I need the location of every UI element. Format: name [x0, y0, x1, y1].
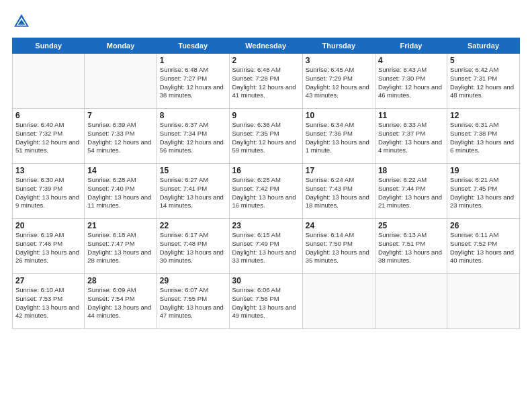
calendar-cell: 7Sunrise: 6:39 AM Sunset: 7:33 PM Daylig… [85, 109, 157, 164]
day-number: 20 [15, 221, 81, 230]
day-number: 17 [306, 166, 372, 175]
calendar-cell: 26Sunrise: 6:11 AM Sunset: 7:52 PM Dayli… [447, 219, 519, 274]
calendar-cell: 2Sunrise: 6:46 AM Sunset: 7:28 PM Daylig… [229, 54, 302, 109]
day-info: Sunrise: 6:13 AM Sunset: 7:51 PM Dayligh… [378, 231, 444, 265]
calendar-cell [447, 274, 519, 329]
day-number: 28 [87, 276, 153, 285]
calendar-cell: 21Sunrise: 6:18 AM Sunset: 7:47 PM Dayli… [85, 219, 157, 274]
calendar-cell: 28Sunrise: 6:09 AM Sunset: 7:54 PM Dayli… [85, 274, 157, 329]
calendar-cell: 17Sunrise: 6:24 AM Sunset: 7:43 PM Dayli… [302, 164, 375, 219]
calendar-cell: 23Sunrise: 6:15 AM Sunset: 7:49 PM Dayli… [229, 219, 302, 274]
calendar-cell: 10Sunrise: 6:34 AM Sunset: 7:36 PM Dayli… [302, 109, 375, 164]
calendar-cell [302, 274, 375, 329]
calendar-header-monday: Monday [85, 38, 157, 54]
calendar-cell: 6Sunrise: 6:40 AM Sunset: 7:32 PM Daylig… [13, 109, 85, 164]
calendar-cell: 22Sunrise: 6:17 AM Sunset: 7:48 PM Dayli… [157, 219, 229, 274]
calendar-cell: 15Sunrise: 6:27 AM Sunset: 7:41 PM Dayli… [157, 164, 229, 219]
calendar-week-row: 20Sunrise: 6:19 AM Sunset: 7:46 PM Dayli… [13, 219, 520, 274]
day-info: Sunrise: 6:06 AM Sunset: 7:56 PM Dayligh… [232, 286, 300, 320]
day-number: 12 [450, 111, 517, 120]
day-info: Sunrise: 6:25 AM Sunset: 7:42 PM Dayligh… [232, 176, 300, 210]
day-info: Sunrise: 6:30 AM Sunset: 7:39 PM Dayligh… [15, 176, 81, 210]
calendar-cell: 16Sunrise: 6:25 AM Sunset: 7:42 PM Dayli… [229, 164, 302, 219]
day-number: 7 [87, 111, 153, 120]
day-number: 8 [160, 111, 226, 120]
day-info: Sunrise: 6:36 AM Sunset: 7:35 PM Dayligh… [232, 121, 300, 155]
page: SundayMondayTuesdayWednesdayThursdayFrid… [0, 0, 532, 411]
day-number: 1 [160, 56, 226, 65]
day-number: 22 [160, 221, 226, 230]
calendar-cell [85, 54, 157, 109]
day-info: Sunrise: 6:48 AM Sunset: 7:27 PM Dayligh… [160, 66, 226, 100]
day-number: 4 [378, 56, 444, 65]
calendar-cell [13, 54, 85, 109]
day-info: Sunrise: 6:15 AM Sunset: 7:49 PM Dayligh… [232, 231, 300, 265]
calendar-cell: 3Sunrise: 6:45 AM Sunset: 7:29 PM Daylig… [302, 54, 375, 109]
day-number: 24 [306, 221, 372, 230]
calendar-cell: 8Sunrise: 6:37 AM Sunset: 7:34 PM Daylig… [157, 109, 229, 164]
day-info: Sunrise: 6:07 AM Sunset: 7:55 PM Dayligh… [160, 286, 226, 320]
calendar-cell: 12Sunrise: 6:31 AM Sunset: 7:38 PM Dayli… [447, 109, 519, 164]
calendar-header-row: SundayMondayTuesdayWednesdayThursdayFrid… [13, 38, 520, 54]
day-info: Sunrise: 6:46 AM Sunset: 7:28 PM Dayligh… [232, 66, 300, 100]
calendar-header-tuesday: Tuesday [157, 38, 229, 54]
day-info: Sunrise: 6:43 AM Sunset: 7:30 PM Dayligh… [378, 66, 444, 100]
day-info: Sunrise: 6:40 AM Sunset: 7:32 PM Dayligh… [15, 121, 81, 155]
day-info: Sunrise: 6:33 AM Sunset: 7:37 PM Dayligh… [378, 121, 444, 155]
day-number: 18 [378, 166, 444, 175]
calendar-header-wednesday: Wednesday [229, 38, 302, 54]
day-info: Sunrise: 6:21 AM Sunset: 7:45 PM Dayligh… [450, 176, 517, 210]
day-number: 19 [450, 166, 517, 175]
calendar-cell: 14Sunrise: 6:28 AM Sunset: 7:40 PM Dayli… [85, 164, 157, 219]
day-info: Sunrise: 6:19 AM Sunset: 7:46 PM Dayligh… [15, 231, 81, 265]
day-info: Sunrise: 6:17 AM Sunset: 7:48 PM Dayligh… [160, 231, 226, 265]
day-info: Sunrise: 6:09 AM Sunset: 7:54 PM Dayligh… [87, 286, 153, 320]
calendar-cell [375, 274, 447, 329]
calendar-cell: 4Sunrise: 6:43 AM Sunset: 7:30 PM Daylig… [375, 54, 447, 109]
calendar-cell: 13Sunrise: 6:30 AM Sunset: 7:39 PM Dayli… [13, 164, 85, 219]
calendar-cell: 9Sunrise: 6:36 AM Sunset: 7:35 PM Daylig… [229, 109, 302, 164]
calendar-cell: 24Sunrise: 6:14 AM Sunset: 7:50 PM Dayli… [302, 219, 375, 274]
day-number: 3 [306, 56, 372, 65]
logo-icon [12, 12, 31, 31]
calendar-cell: 19Sunrise: 6:21 AM Sunset: 7:45 PM Dayli… [447, 164, 519, 219]
day-info: Sunrise: 6:31 AM Sunset: 7:38 PM Dayligh… [450, 121, 517, 155]
day-number: 30 [232, 276, 300, 285]
calendar-cell: 25Sunrise: 6:13 AM Sunset: 7:51 PM Dayli… [375, 219, 447, 274]
calendar-header-saturday: Saturday [447, 38, 519, 54]
day-info: Sunrise: 6:11 AM Sunset: 7:52 PM Dayligh… [450, 231, 517, 265]
calendar-header-sunday: Sunday [13, 38, 85, 54]
day-info: Sunrise: 6:45 AM Sunset: 7:29 PM Dayligh… [306, 66, 372, 100]
day-info: Sunrise: 6:22 AM Sunset: 7:44 PM Dayligh… [378, 176, 444, 210]
calendar-cell: 20Sunrise: 6:19 AM Sunset: 7:46 PM Dayli… [13, 219, 85, 274]
calendar-week-row: 1Sunrise: 6:48 AM Sunset: 7:27 PM Daylig… [13, 54, 520, 109]
calendar-cell: 1Sunrise: 6:48 AM Sunset: 7:27 PM Daylig… [157, 54, 229, 109]
calendar-header-friday: Friday [375, 38, 447, 54]
day-number: 21 [87, 221, 153, 230]
day-number: 10 [306, 111, 372, 120]
day-number: 15 [160, 166, 226, 175]
day-number: 13 [15, 166, 81, 175]
calendar-cell: 5Sunrise: 6:42 AM Sunset: 7:31 PM Daylig… [447, 54, 519, 109]
calendar-cell: 27Sunrise: 6:10 AM Sunset: 7:53 PM Dayli… [13, 274, 85, 329]
day-info: Sunrise: 6:28 AM Sunset: 7:40 PM Dayligh… [87, 176, 153, 210]
day-number: 16 [232, 166, 300, 175]
day-number: 27 [15, 276, 81, 285]
day-info: Sunrise: 6:14 AM Sunset: 7:50 PM Dayligh… [306, 231, 372, 265]
logo [12, 12, 34, 31]
calendar-week-row: 6Sunrise: 6:40 AM Sunset: 7:32 PM Daylig… [13, 109, 520, 164]
calendar-cell: 11Sunrise: 6:33 AM Sunset: 7:37 PM Dayli… [375, 109, 447, 164]
day-number: 5 [450, 56, 517, 65]
day-number: 6 [15, 111, 81, 120]
day-number: 23 [232, 221, 300, 230]
day-info: Sunrise: 6:34 AM Sunset: 7:36 PM Dayligh… [306, 121, 372, 155]
calendar-header-thursday: Thursday [302, 38, 375, 54]
day-number: 14 [87, 166, 153, 175]
calendar-week-row: 27Sunrise: 6:10 AM Sunset: 7:53 PM Dayli… [13, 274, 520, 329]
day-info: Sunrise: 6:42 AM Sunset: 7:31 PM Dayligh… [450, 66, 517, 100]
day-info: Sunrise: 6:39 AM Sunset: 7:33 PM Dayligh… [87, 121, 153, 155]
day-number: 25 [378, 221, 444, 230]
header [12, 12, 520, 31]
day-number: 29 [160, 276, 226, 285]
day-number: 26 [450, 221, 517, 230]
